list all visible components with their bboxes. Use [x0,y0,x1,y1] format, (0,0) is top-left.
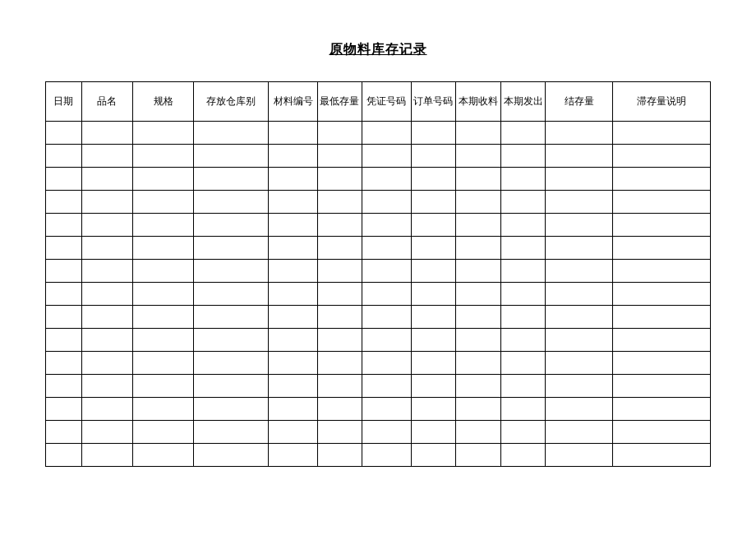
table-row [46,122,711,145]
table-cell [132,122,194,145]
table-cell [411,306,456,329]
table-cell [456,444,501,467]
header-balance: 结存量 [546,82,613,122]
table-cell [411,122,456,145]
table-cell [362,375,411,398]
table-cell [132,283,194,306]
table-row [46,283,711,306]
table-cell [194,352,269,375]
table-cell [362,421,411,444]
table-cell [46,260,82,283]
page-title: 原物料库存记录 [45,41,711,58]
table-cell [362,444,411,467]
table-cell [81,237,132,260]
table-cell [46,421,82,444]
table-cell [613,421,711,444]
table-cell [411,398,456,421]
table-cell [81,191,132,214]
table-row [46,306,711,329]
table-cell [194,168,269,191]
table-cell [411,444,456,467]
table-cell [456,237,501,260]
table-cell [194,260,269,283]
table-cell [269,421,317,444]
table-cell [456,352,501,375]
table-cell [269,283,317,306]
table-row [46,260,711,283]
table-cell [546,191,613,214]
table-cell [269,214,317,237]
table-cell [613,306,711,329]
table-cell [546,329,613,352]
table-cell [613,352,711,375]
table-cell [81,145,132,168]
table-cell [194,398,269,421]
table-cell [317,306,362,329]
table-cell [269,329,317,352]
table-cell [362,145,411,168]
table-cell [500,329,546,352]
table-cell [317,214,362,237]
table-cell [46,283,82,306]
table-cell [317,329,362,352]
table-cell [132,352,194,375]
table-cell [269,237,317,260]
table-cell [411,352,456,375]
table-cell [546,122,613,145]
table-cell [46,444,82,467]
table-cell [500,352,546,375]
table-cell [456,306,501,329]
table-cell [46,237,82,260]
table-cell [81,352,132,375]
table-cell [46,352,82,375]
table-cell [269,145,317,168]
table-cell [500,375,546,398]
table-cell [269,260,317,283]
table-cell [456,168,501,191]
table-row [46,421,711,444]
table-cell [194,122,269,145]
table-cell [613,260,711,283]
table-cell [613,329,711,352]
table-cell [81,168,132,191]
table-cell [613,168,711,191]
table-cell [132,398,194,421]
table-cell [317,168,362,191]
table-cell [46,214,82,237]
table-cell [46,375,82,398]
table-cell [194,214,269,237]
table-cell [317,398,362,421]
table-cell [269,306,317,329]
table-cell [194,145,269,168]
table-cell [456,421,501,444]
table-cell [500,168,546,191]
table-row [46,214,711,237]
table-cell [317,375,362,398]
table-cell [411,145,456,168]
table-cell [500,398,546,421]
header-voucher: 凭证号码 [362,82,411,122]
table-cell [500,191,546,214]
table-cell [317,260,362,283]
table-cell [500,237,546,260]
table-cell [411,329,456,352]
table-cell [269,398,317,421]
table-cell [613,444,711,467]
table-cell [613,214,711,237]
table-cell [132,237,194,260]
table-cell [81,398,132,421]
table-cell [546,398,613,421]
table-cell [46,329,82,352]
table-cell [362,168,411,191]
table-cell [46,145,82,168]
table-cell [613,283,711,306]
table-cell [81,122,132,145]
table-cell [132,375,194,398]
table-cell [269,375,317,398]
table-cell [81,329,132,352]
header-order: 订单号码 [411,82,456,122]
table-cell [411,375,456,398]
table-cell [317,421,362,444]
table-cell [456,191,501,214]
table-cell [362,214,411,237]
